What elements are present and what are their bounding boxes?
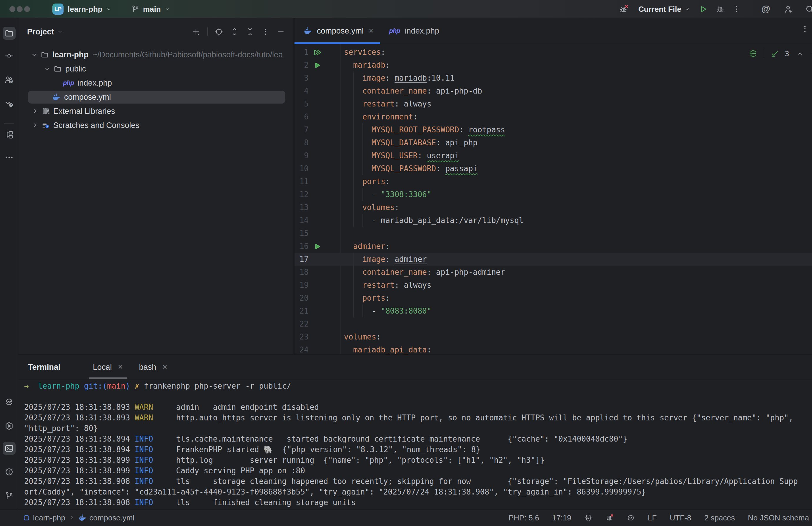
- status-php-version[interactable]: PHP: 5.6: [509, 513, 539, 523]
- tool-stripe-version-control[interactable]: [3, 490, 16, 502]
- code-line-7[interactable]: 7 MYSQL_ROOT_PASSWORD: rootpass: [294, 123, 812, 136]
- code-line-19[interactable]: 19 restart: always: [294, 279, 812, 292]
- code-line-12[interactable]: 12 - "3308:3306": [294, 188, 812, 201]
- run-button[interactable]: [698, 4, 708, 14]
- chevron-down-icon[interactable]: [31, 51, 38, 58]
- close-icon[interactable]: ✕: [118, 363, 123, 371]
- code-line-23[interactable]: 23volumes:: [294, 330, 812, 343]
- tool-stripe-commit[interactable]: [3, 49, 16, 62]
- terminal-tab-bash[interactable]: bash ✕: [135, 355, 172, 380]
- highlighting-level-icon[interactable]: [749, 49, 758, 58]
- terminal-text: 2025/07/23 18:31:38.893: [24, 413, 135, 422]
- tree-item-public[interactable]: public: [19, 62, 293, 76]
- search-everywhere-icon[interactable]: [805, 4, 812, 14]
- collapse-all-icon[interactable]: [246, 27, 255, 36]
- code-line-1[interactable]: 1services:: [294, 46, 812, 59]
- tool-stripe-structure[interactable]: [3, 128, 16, 141]
- chevron-right-icon[interactable]: [31, 108, 39, 115]
- code-line-15[interactable]: 15: [294, 227, 812, 240]
- status-debugger-disabled[interactable]: [606, 514, 614, 522]
- tool-stripe-inspections[interactable]: [3, 395, 16, 408]
- code-line-8[interactable]: 8 MYSQL_DATABASE: api_php: [294, 136, 812, 149]
- status-caret-position[interactable]: 17:19: [552, 513, 571, 523]
- code-text: ports:: [344, 292, 390, 305]
- code-line-24[interactable]: 24 mariadb_api_data:: [294, 343, 812, 354]
- code-editor[interactable]: 3 1services:2 mariadb:3 image: mariadb:1…: [294, 44, 812, 354]
- tree-item-external-libraries[interactable]: External Libraries: [19, 104, 293, 118]
- breadcrumb-compose-yml[interactable]: compose.yml: [78, 513, 134, 523]
- more-actions-icon[interactable]: [733, 5, 741, 13]
- code-line-16[interactable]: 16 adminer:: [294, 240, 812, 253]
- code-line-9[interactable]: 9 MYSQL_USER: userapi: [294, 149, 812, 162]
- terminal-tab-local[interactable]: Local ✕: [89, 355, 127, 380]
- status-json-schema[interactable]: No JSON schema: [748, 513, 809, 523]
- minimize-window-button[interactable]: [17, 6, 23, 12]
- code-line-3[interactable]: 3 image: mariadb:10.11: [294, 72, 812, 85]
- project-selector[interactable]: learn-php: [68, 0, 112, 18]
- debug-unavailable-icon[interactable]: [619, 4, 628, 14]
- hide-panel-icon[interactable]: [276, 27, 285, 36]
- next-problem-icon[interactable]: [810, 50, 812, 57]
- code-token: :: [459, 125, 468, 134]
- add-button[interactable]: [191, 27, 200, 36]
- project-view-selector[interactable]: Project: [27, 18, 63, 45]
- branch-selector[interactable]: main: [131, 0, 170, 18]
- close-window-button[interactable]: [10, 6, 15, 12]
- code-line-4[interactable]: 4 container_name: api-php-db: [294, 85, 812, 97]
- close-icon[interactable]: ✕: [162, 363, 168, 371]
- tree-item-scratches-and-consoles[interactable]: Scratches and Consoles: [19, 118, 293, 132]
- code-line-14[interactable]: 14 - mariadb_api_data:/var/lib/mysql: [294, 214, 812, 227]
- chevron-down-icon: [57, 29, 63, 35]
- status-code-style-indicator[interactable]: [584, 514, 593, 522]
- tree-item-compose-yml[interactable]: compose.yml: [19, 90, 293, 104]
- inspections-widget[interactable]: 3: [749, 47, 812, 60]
- editor-tab-index-php[interactable]: phpindex.php: [380, 18, 446, 44]
- breadcrumb-learn-php[interactable]: learn-php: [23, 513, 65, 523]
- tool-stripe-problems-assistant[interactable]: ?: [3, 97, 16, 110]
- terminal-text: [130, 382, 135, 390]
- tab-options-icon[interactable]: [801, 25, 809, 34]
- select-opened-file-icon[interactable]: [215, 27, 223, 36]
- ai-assistant-icon[interactable]: @: [762, 4, 770, 14]
- status-line-separator[interactable]: LF: [648, 513, 657, 523]
- code-line-5[interactable]: 5 restart: always: [294, 97, 812, 110]
- code-line-10[interactable]: 10 MYSQL_PASSWORD: passapi: [294, 162, 812, 175]
- code-line-17[interactable]: 17 image: adminer: [294, 253, 812, 266]
- line-number: 11: [294, 175, 309, 188]
- status-copilot-status[interactable]: [627, 514, 635, 522]
- tool-window-stripe: ??: [0, 18, 18, 509]
- tool-stripe-project[interactable]: [3, 27, 16, 40]
- code-line-21[interactable]: 21 - "8083:8080": [294, 305, 812, 318]
- chevron-right-icon[interactable]: [31, 122, 39, 129]
- options-icon[interactable]: [261, 28, 270, 36]
- debug-button[interactable]: [715, 4, 725, 14]
- code-line-11[interactable]: 11 ports:: [294, 175, 812, 188]
- tool-stripe-problems[interactable]: [3, 465, 16, 478]
- status-file-encoding[interactable]: UTF-8: [670, 513, 691, 523]
- close-icon[interactable]: ✕: [368, 27, 374, 35]
- tool-stripe-more-tool-windows[interactable]: [3, 151, 16, 164]
- code-line-22[interactable]: 22: [294, 318, 812, 330]
- run-config-selector[interactable]: Current File: [638, 5, 690, 14]
- status-indent-style[interactable]: 2 spaces: [704, 513, 735, 523]
- chevron-right-icon: [69, 515, 75, 521]
- code-line-18[interactable]: 18 container_name: api-php-adminer: [294, 266, 812, 279]
- expand-all-icon[interactable]: [230, 27, 239, 36]
- previous-problem-icon[interactable]: [797, 50, 804, 57]
- code-line-13[interactable]: 13 volumes:: [294, 201, 812, 214]
- chevron-down-icon[interactable]: [44, 65, 50, 72]
- code-line-2[interactable]: 2 mariadb:: [294, 59, 812, 72]
- editor-tab-compose-yml[interactable]: compose.yml✕: [294, 18, 380, 44]
- tool-stripe-terminal[interactable]: [3, 442, 16, 455]
- zoom-window-button[interactable]: [24, 6, 30, 12]
- code-with-me-icon[interactable]: [784, 4, 793, 14]
- line-number: 6: [294, 110, 309, 123]
- tree-item-index-php[interactable]: phpindex.php: [19, 76, 293, 90]
- tree-item-path: ~/Documents/Github/Pabiosoft/pabiosoft-d…: [93, 50, 283, 59]
- code-line-6[interactable]: 6 environment:: [294, 110, 812, 123]
- terminal-output[interactable]: → learn-php git:(main) ✗ frankenphp php-…: [24, 380, 812, 509]
- tool-stripe-pull-requests[interactable]: ?: [3, 74, 16, 87]
- tree-item-learn-php[interactable]: learn-php~/Documents/Github/Pabiosoft/pa…: [19, 48, 293, 62]
- code-line-20[interactable]: 20 ports:: [294, 292, 812, 305]
- tool-stripe-services[interactable]: [3, 420, 16, 433]
